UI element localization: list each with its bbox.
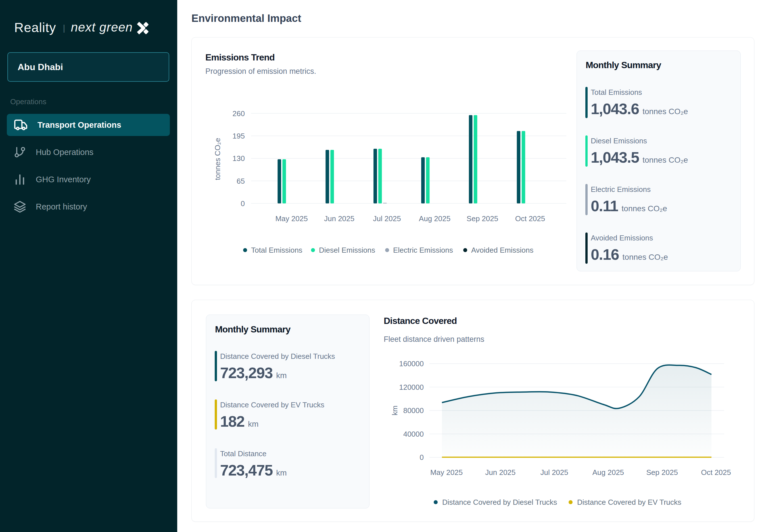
- svg-text:Jun 2025: Jun 2025: [485, 468, 515, 477]
- svg-text:Jul 2025: Jul 2025: [373, 214, 401, 223]
- svg-text:40000: 40000: [403, 430, 424, 438]
- svg-text:km: km: [391, 406, 399, 416]
- svg-text:120000: 120000: [399, 383, 424, 391]
- svg-text:Aug 2025: Aug 2025: [592, 468, 624, 477]
- svg-text:Distance Covered by Diesel Tru: Distance Covered by Diesel Trucks: [442, 498, 557, 506]
- svg-text:Jul 2025: Jul 2025: [540, 468, 568, 477]
- svg-text:Sep 2025: Sep 2025: [467, 214, 498, 223]
- svg-text:Diesel Emissions: Diesel Emissions: [319, 246, 375, 254]
- svg-text:160000: 160000: [399, 359, 424, 368]
- svg-text:65: 65: [237, 177, 245, 186]
- svg-text:130: 130: [233, 154, 245, 163]
- svg-text:260: 260: [233, 109, 245, 118]
- svg-text:May 2025: May 2025: [430, 468, 463, 477]
- svg-text:0: 0: [420, 453, 424, 462]
- svg-text:Aug 2025: Aug 2025: [419, 214, 451, 223]
- svg-text:Total Emissions: Total Emissions: [251, 246, 302, 254]
- svg-text:tonnes CO₂e: tonnes CO₂e: [213, 138, 222, 180]
- svg-text:Sep 2025: Sep 2025: [647, 468, 678, 477]
- svg-text:195: 195: [233, 132, 245, 140]
- svg-text:Oct 2025: Oct 2025: [701, 468, 731, 477]
- svg-text:Electric Emissions: Electric Emissions: [393, 246, 453, 254]
- svg-text:0: 0: [241, 199, 245, 208]
- svg-text:Jun 2025: Jun 2025: [324, 214, 354, 223]
- svg-text:80000: 80000: [403, 406, 424, 415]
- svg-text:Oct 2025: Oct 2025: [515, 214, 545, 223]
- svg-text:Avoided Emissions: Avoided Emissions: [471, 246, 533, 254]
- svg-text:Distance Covered by EV Trucks: Distance Covered by EV Trucks: [577, 498, 681, 506]
- svg-text:May 2025: May 2025: [275, 214, 307, 223]
